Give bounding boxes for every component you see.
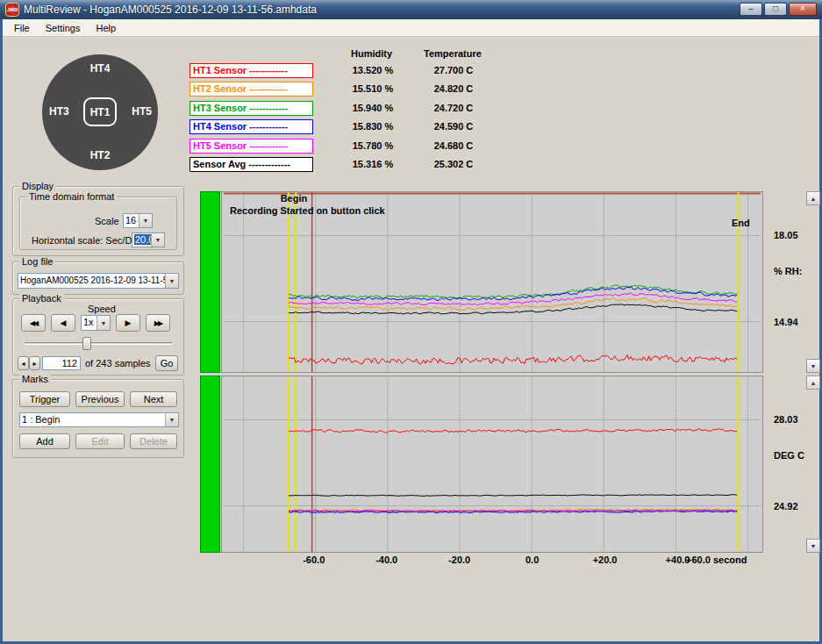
begin-marker-label: Begin [281, 193, 308, 204]
x-axis-tick-label: 0.0 [525, 555, 539, 565]
x-axis-tick-label: +60.0 second [686, 555, 747, 565]
temperature-column-header: Temperature [424, 48, 482, 59]
delete-button: Delete [130, 433, 177, 449]
x-axis-tick-label: +20.0 [593, 555, 618, 565]
humidity-value: 15.940 % [344, 103, 402, 113]
x-axis-tick-label: -40.0 [375, 555, 397, 565]
minimize-button[interactable]: – [740, 3, 762, 16]
humidity-plot[interactable] [221, 191, 763, 373]
sensor-label-ht3: HT3 [49, 105, 69, 118]
temperature-scroll-down-button[interactable]: ▼ [806, 539, 820, 553]
position-slider[interactable] [25, 342, 172, 345]
menu-item-file[interactable]: File [6, 21, 38, 35]
scale-label: Scale [95, 216, 119, 226]
y-axis-tick-label: 24.92 [774, 501, 822, 512]
marks-groupbox-title: Marks [19, 374, 51, 384]
logfile-groupbox-title: Log file [19, 256, 55, 267]
sample-spin-right-button[interactable]: ▸ [29, 356, 40, 370]
recording-note: Recording Started on button click [230, 205, 385, 216]
x-axis-tick-label: -60.0 [303, 555, 325, 565]
chevron-down-icon[interactable]: ▼ [151, 233, 164, 247]
speed-select-value: 1x [82, 316, 96, 330]
temperature-value: 25.302 C [421, 159, 486, 169]
playback-groupbox-title: Playback [19, 293, 64, 304]
step-back-button[interactable]: ◀ [51, 314, 75, 332]
temperature-level-bar [200, 376, 220, 553]
position-slider-thumb[interactable] [82, 337, 91, 350]
window-title: MultiReview - HoganAM000525 2016-12-09 1… [24, 4, 317, 16]
humidity-scroll-down-button[interactable]: ▼ [806, 359, 820, 373]
add-button[interactable]: Add [19, 433, 70, 449]
chevron-down-icon[interactable]: ▼ [96, 316, 110, 330]
temperature-value: 24.720 C [421, 103, 486, 113]
maximize-button[interactable]: □ [764, 3, 787, 16]
humidity-value: 15.316 % [344, 159, 402, 169]
sensor-label-ht2: HT2 [42, 149, 158, 161]
end-marker-label: End [732, 218, 750, 228]
temperature-value: 24.680 C [421, 140, 486, 151]
y-axis-tick-label: 14.94 [774, 317, 822, 327]
chevron-down-icon[interactable]: ▼ [165, 413, 178, 426]
sensor-label-box[interactable]: HT1 Sensor ------------ [189, 63, 313, 78]
y-axis-tick-label: 28.03 [774, 414, 822, 425]
rewind-button[interactable]: ◀◀ [21, 314, 46, 332]
app-icon: JMS [5, 3, 19, 17]
scale-select-value: 16 [124, 214, 139, 227]
sensor-label-box[interactable]: HT2 Sensor ------------ [189, 82, 313, 97]
previous-button[interactable]: Previous [75, 391, 125, 407]
humidity-value: 15.830 % [344, 121, 402, 132]
humidity-scroll-up-button[interactable]: ▲ [806, 191, 820, 205]
humidity-column-header: Humidity [351, 48, 392, 59]
mark-select[interactable]: 1 : Begin ▼ [19, 412, 179, 427]
mark-select-value: 1 : Begin [20, 413, 165, 426]
application-window: JMS MultiReview - HoganAM000525 2016-12-… [0, 0, 822, 644]
chevron-down-icon[interactable]: ▼ [165, 274, 178, 288]
y-axis-unit-label: % RH: [774, 266, 822, 276]
speed-label: Speed [88, 304, 116, 314]
sensor-label-box[interactable]: HT3 Sensor ------------ [189, 101, 313, 116]
speed-select[interactable]: 1x ▼ [81, 315, 111, 331]
hscale-label: Horizontal scale: Sec/Div [32, 235, 139, 246]
sample-count-label: of 243 samples [85, 358, 151, 369]
temperature-value: 24.820 C [421, 83, 486, 94]
hscale-select-value: 20.0 [134, 234, 151, 245]
humidity-value: 13.520 % [344, 65, 402, 75]
display-groupbox-title: Display [19, 181, 56, 191]
sample-spin-left-button[interactable]: ◂ [18, 356, 29, 370]
sensor-label-box[interactable]: Sensor Avg ------------- [189, 157, 313, 172]
humidity-value: 15.510 % [344, 83, 402, 94]
humidity-level-bar [200, 191, 220, 373]
next-button[interactable]: Next [130, 391, 177, 407]
trigger-button[interactable]: Trigger [19, 391, 70, 407]
menubar: File Settings Help [3, 19, 819, 37]
temperature-value: 24.590 C [421, 121, 486, 132]
sensor-label-box[interactable]: HT5 Sensor ------------ [189, 139, 313, 154]
menu-item-settings[interactable]: Settings [38, 21, 89, 35]
time-domain-groupbox-title: Time domain format [26, 191, 117, 202]
logfile-select[interactable]: HoganAM000525 2016-12-09 13-11-56 ▼ [18, 273, 179, 289]
temperature-value: 27.700 C [421, 65, 486, 75]
sensor-position-diagram: HT4 HT3 HT5 HT2 HT1 [42, 54, 158, 170]
fast-forward-button[interactable]: ▶▶ [146, 314, 170, 332]
humidity-value: 15.780 % [344, 140, 402, 151]
sensor-label-ht1: HT1 [83, 97, 117, 126]
window-titlebar[interactable]: JMS MultiReview - HoganAM000525 2016-12-… [0, 0, 822, 19]
close-button[interactable]: × [789, 3, 817, 16]
go-button[interactable]: Go [155, 355, 178, 371]
logfile-select-value: HoganAM000525 2016-12-09 13-11-56 [18, 274, 165, 288]
sensor-label-box[interactable]: HT4 Sensor ------------ [189, 119, 313, 134]
temperature-plot[interactable] [221, 376, 763, 553]
sensor-label-ht5: HT5 [132, 105, 152, 118]
x-axis-labels: -60.0-40.0-20.00.0+20.0+40.0+60.0 second [0, 555, 822, 569]
edit-button: Edit [75, 433, 125, 449]
y-axis-unit-label: DEG C [774, 450, 822, 461]
chevron-down-icon[interactable]: ▼ [139, 214, 152, 227]
play-button[interactable]: ▶ [116, 314, 140, 332]
scale-select[interactable]: 16 ▼ [123, 213, 153, 228]
hscale-select[interactable]: 20.0 ▼ [132, 233, 165, 247]
y-axis-tick-label: 18.05 [774, 230, 822, 240]
temperature-scroll-up-button[interactable]: ▲ [806, 376, 820, 390]
menu-item-help[interactable]: Help [88, 21, 124, 35]
sensor-label-ht4: HT4 [42, 62, 158, 75]
sample-input[interactable] [42, 356, 81, 370]
